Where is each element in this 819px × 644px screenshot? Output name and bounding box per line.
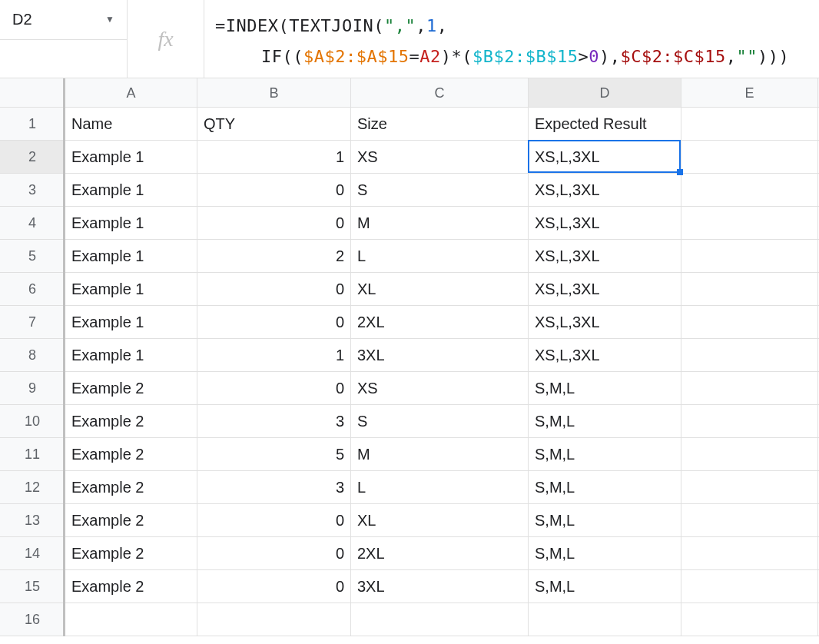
cell[interactable] <box>65 603 197 636</box>
cell[interactable] <box>351 603 529 636</box>
col-header-B[interactable]: B <box>197 78 351 107</box>
cell[interactable] <box>529 603 681 636</box>
cell[interactable]: M <box>351 207 529 239</box>
cell[interactable]: Example 2 <box>65 438 197 470</box>
row-header[interactable]: 11 <box>0 438 65 470</box>
cell[interactable]: 2XL <box>351 306 529 338</box>
cell[interactable] <box>681 273 818 305</box>
row-header[interactable]: 5 <box>0 240 65 272</box>
cell[interactable]: Example 2 <box>65 537 197 569</box>
cell[interactable]: Example 2 <box>65 570 197 603</box>
cell[interactable]: 0 <box>197 174 351 206</box>
cell[interactable]: Example 2 <box>65 372 197 404</box>
cell[interactable]: Example 1 <box>65 141 197 173</box>
cell[interactable]: Example 1 <box>65 174 197 206</box>
cell[interactable]: QTY <box>197 108 351 140</box>
cell[interactable]: XS,L,3XL <box>529 339 681 371</box>
cell[interactable]: S,M,L <box>529 537 681 569</box>
cell[interactable]: 0 <box>197 306 351 338</box>
cell[interactable]: S,M,L <box>529 471 681 503</box>
cell[interactable]: Example 2 <box>65 471 197 503</box>
cell[interactable]: 0 <box>197 372 351 404</box>
cell[interactable]: Example 2 <box>65 405 197 437</box>
col-header-E[interactable]: E <box>681 78 818 107</box>
cell[interactable]: Example 2 <box>65 504 197 536</box>
cell[interactable] <box>681 108 818 140</box>
cell[interactable]: XS <box>351 141 529 173</box>
cell[interactable]: 2XL <box>351 537 529 569</box>
cell[interactable] <box>681 339 818 371</box>
row-header[interactable]: 13 <box>0 504 65 536</box>
row-header[interactable]: 10 <box>0 405 65 437</box>
cell[interactable] <box>197 603 351 636</box>
row-header[interactable]: 14 <box>0 537 65 569</box>
cell[interactable]: 0 <box>197 207 351 239</box>
cell[interactable]: 3 <box>197 405 351 437</box>
cell[interactable]: Example 1 <box>65 306 197 338</box>
cell[interactable]: 1 <box>197 141 351 173</box>
cell[interactable]: S,M,L <box>529 438 681 470</box>
cell[interactable]: 0 <box>197 273 351 305</box>
cell[interactable] <box>681 504 818 536</box>
row-header[interactable]: 4 <box>0 207 65 239</box>
cell[interactable]: XL <box>351 504 529 536</box>
cell[interactable]: Size <box>351 108 529 140</box>
col-header-D[interactable]: D <box>529 78 681 107</box>
caret-down-icon[interactable]: ▼ <box>105 14 114 25</box>
cell[interactable]: 0 <box>197 504 351 536</box>
cell[interactable]: 3XL <box>351 339 529 371</box>
cell[interactable]: S,M,L <box>529 372 681 404</box>
cell[interactable]: S <box>351 405 529 437</box>
row-header[interactable]: 16 <box>0 603 65 636</box>
cell[interactable] <box>681 537 818 569</box>
select-all-corner[interactable] <box>0 78 65 107</box>
namebox[interactable]: D2 ▼ <box>0 0 127 39</box>
cell[interactable] <box>681 372 818 404</box>
cell[interactable] <box>681 438 818 470</box>
row-header[interactable]: 15 <box>0 570 65 603</box>
cell[interactable] <box>681 471 818 503</box>
cell[interactable]: 2 <box>197 240 351 272</box>
formula-input[interactable]: =INDEX(TEXTJOIN(",",1, IF(($A$2:$A$15=A2… <box>204 0 819 78</box>
cell[interactable]: Expected Result <box>529 108 681 140</box>
cell[interactable]: L <box>351 240 529 272</box>
cell[interactable]: XL <box>351 273 529 305</box>
cell[interactable]: XS,L,3XL <box>529 174 681 206</box>
cell[interactable] <box>681 174 818 206</box>
cell[interactable]: S <box>351 174 529 206</box>
cell[interactable]: S,M,L <box>529 405 681 437</box>
cell[interactable]: 3 <box>197 471 351 503</box>
cell[interactable]: 1 <box>197 339 351 371</box>
row-header[interactable]: 3 <box>0 174 65 206</box>
cell[interactable]: S,M,L <box>529 570 681 603</box>
cell[interactable] <box>681 405 818 437</box>
cell[interactable]: M <box>351 438 529 470</box>
cell[interactable]: S,M,L <box>529 504 681 536</box>
cell[interactable] <box>681 240 818 272</box>
cell[interactable]: L <box>351 471 529 503</box>
cell[interactable] <box>681 141 818 173</box>
cell[interactable]: 0 <box>197 537 351 569</box>
cell[interactable]: XS,L,3XL <box>529 273 681 305</box>
cell[interactable]: 0 <box>197 570 351 603</box>
cell[interactable] <box>681 603 818 636</box>
cell[interactable] <box>681 306 818 338</box>
cell[interactable]: Name <box>65 108 197 140</box>
row-header[interactable]: 8 <box>0 339 65 371</box>
cell[interactable]: Example 1 <box>65 240 197 272</box>
row-header[interactable]: 2 <box>0 141 65 173</box>
row-header[interactable]: 6 <box>0 273 65 305</box>
cell[interactable]: Example 1 <box>65 273 197 305</box>
col-header-A[interactable]: A <box>65 78 197 107</box>
cell[interactable]: Example 1 <box>65 207 197 239</box>
cell[interactable]: XS,L,3XL <box>529 306 681 338</box>
cell[interactable]: XS,L,3XL <box>529 141 681 173</box>
row-header[interactable]: 9 <box>0 372 65 404</box>
row-header[interactable]: 12 <box>0 471 65 503</box>
col-header-C[interactable]: C <box>351 78 529 107</box>
cell[interactable]: XS,L,3XL <box>529 207 681 239</box>
cell[interactable]: XS <box>351 372 529 404</box>
cell[interactable]: XS,L,3XL <box>529 240 681 272</box>
cell[interactable]: Example 1 <box>65 339 197 371</box>
cell[interactable]: 3XL <box>351 570 529 603</box>
